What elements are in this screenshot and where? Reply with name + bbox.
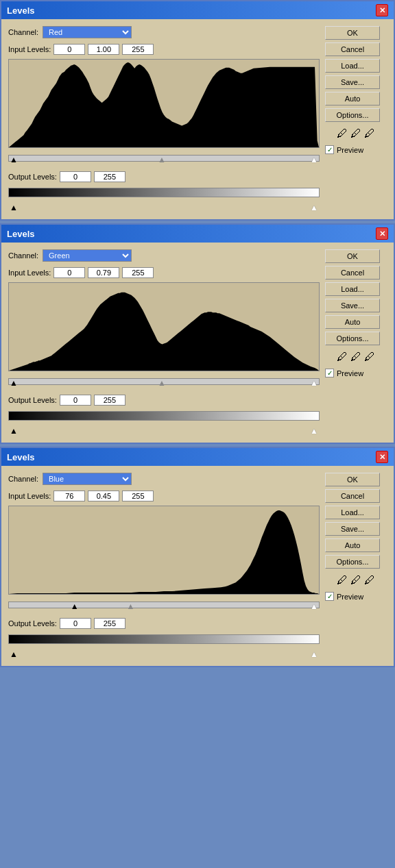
levels-dialog-red: Levels ✕ Channel: Red Green Blue RGB Inp…	[0, 0, 395, 221]
input-slider-red[interactable]: ▲ ▲ ▲	[8, 152, 320, 164]
cancel-button-blue[interactable]: Cancel	[325, 489, 380, 503]
load-button-red[interactable]: Load...	[325, 59, 380, 73]
gray-eyedropper-blue[interactable]: 🖊	[350, 574, 361, 586]
input-level-gamma-green[interactable]	[88, 267, 119, 278]
input-levels-label-green: Input Levels:	[8, 269, 51, 277]
auto-button-blue[interactable]: Auto	[325, 538, 380, 552]
channel-label-red: Channel:	[8, 28, 38, 36]
output-slider-blue[interactable]: ▲ ▲	[8, 648, 320, 659]
title-label-blue: Levels	[7, 452, 34, 462]
input-level-black-red[interactable]	[53, 44, 85, 55]
black-eyedropper-blue[interactable]: 🖊	[337, 574, 348, 586]
output-black-triangle-red[interactable]: ▲	[10, 203, 18, 212]
preview-checkbox-blue[interactable]: ✓	[325, 592, 334, 601]
save-button-green[interactable]: Save...	[325, 299, 380, 312]
close-button-red[interactable]: ✕	[376, 4, 388, 16]
output-level-black-blue[interactable]	[60, 618, 91, 629]
svg-marker-2	[9, 510, 319, 594]
white-eyedropper-red[interactable]: 🖊	[364, 127, 375, 140]
levels-dialog-blue: Levels ✕ Channel: Red Green Blue RGB Inp…	[0, 447, 395, 667]
input-level-white-green[interactable]	[122, 267, 154, 278]
preview-label-red: Preview	[337, 146, 363, 154]
title-bar-blue: Levels ✕	[1, 448, 394, 466]
close-button-blue[interactable]: ✕	[376, 451, 388, 463]
svg-marker-1	[9, 293, 319, 371]
ok-button-green[interactable]: OK	[325, 249, 380, 263]
input-slider-green[interactable]: ▲ ▲ ▲	[8, 375, 320, 388]
output-slider-red[interactable]: ▲ ▲	[8, 201, 320, 212]
right-panel-blue: OK Cancel Load... Save... Auto Options..…	[325, 473, 387, 659]
input-level-gamma-red[interactable]	[88, 44, 119, 55]
preview-row-blue: ✓ Preview	[325, 592, 387, 601]
white-eyedropper-green[interactable]: 🖊	[364, 351, 375, 363]
black-triangle-green[interactable]: ▲	[10, 378, 18, 388]
ok-button-blue[interactable]: OK	[325, 473, 380, 486]
title-bar-red: Levels ✕	[1, 1, 394, 19]
gamma-triangle-green[interactable]: ▲	[158, 378, 166, 388]
white-triangle-red[interactable]: ▲	[310, 155, 318, 164]
output-level-white-green[interactable]	[94, 395, 125, 406]
white-triangle-green[interactable]: ▲	[310, 378, 318, 388]
output-white-triangle-red[interactable]: ▲	[310, 203, 318, 212]
preview-label-green: Preview	[337, 369, 363, 377]
output-level-black-red[interactable]	[60, 171, 91, 182]
title-bar-green: Levels ✕	[1, 225, 394, 243]
input-level-black-blue[interactable]	[53, 491, 85, 501]
save-button-blue[interactable]: Save...	[325, 522, 380, 536]
cancel-button-green[interactable]: Cancel	[325, 266, 380, 280]
input-level-white-red[interactable]	[122, 44, 154, 55]
input-levels-label-blue: Input Levels:	[8, 492, 51, 500]
gamma-triangle-red[interactable]: ▲	[158, 155, 166, 164]
output-black-triangle-blue[interactable]: ▲	[10, 649, 18, 659]
histogram-red	[8, 59, 320, 148]
save-button-red[interactable]: Save...	[325, 75, 380, 89]
channel-select-green[interactable]: Red Green Blue RGB	[43, 249, 132, 262]
input-slider-blue[interactable]: ▲ ▲ ▲	[8, 599, 320, 611]
preview-label-blue: Preview	[337, 593, 363, 601]
black-triangle-red[interactable]: ▲	[10, 155, 18, 164]
gamma-triangle-blue[interactable]: ▲	[127, 602, 135, 611]
gray-eyedropper-green[interactable]: 🖊	[350, 351, 361, 363]
white-eyedropper-blue[interactable]: 🖊	[364, 574, 375, 586]
output-level-white-red[interactable]	[94, 171, 125, 182]
output-black-triangle-green[interactable]: ▲	[10, 426, 18, 436]
load-button-blue[interactable]: Load...	[325, 506, 380, 519]
levels-dialog-green: Levels ✕ Channel: Red Green Blue RGB Inp…	[0, 223, 395, 444]
input-level-black-green[interactable]	[53, 267, 85, 278]
output-level-white-blue[interactable]	[94, 618, 125, 629]
options-button-red[interactable]: Options...	[325, 108, 380, 122]
input-level-white-blue[interactable]	[122, 491, 154, 501]
channel-select-blue[interactable]: Red Green Blue RGB	[43, 473, 132, 485]
input-level-gamma-blue[interactable]	[88, 491, 119, 501]
left-panel-blue: Channel: Red Green Blue RGB Input Levels…	[8, 473, 320, 659]
black-triangle-blue[interactable]: ▲	[71, 602, 79, 611]
preview-row-green: ✓ Preview	[325, 369, 387, 377]
cancel-button-red[interactable]: Cancel	[325, 42, 380, 56]
options-button-green[interactable]: Options...	[325, 332, 380, 345]
output-level-black-green[interactable]	[60, 395, 91, 406]
options-button-blue[interactable]: Options...	[325, 555, 380, 569]
right-panel-red: OK Cancel Load... Save... Auto Options..…	[325, 26, 387, 212]
histogram-green	[8, 282, 320, 371]
channel-select-red[interactable]: Red Green Blue RGB	[43, 26, 132, 38]
auto-button-red[interactable]: Auto	[325, 92, 380, 106]
eyedropper-row-red: 🖊 🖊 🖊	[325, 127, 387, 140]
preview-checkbox-green[interactable]: ✓	[325, 369, 334, 377]
preview-checkbox-red[interactable]: ✓	[325, 145, 334, 154]
load-button-green[interactable]: Load...	[325, 282, 380, 296]
black-eyedropper-red[interactable]: 🖊	[337, 127, 348, 140]
gray-eyedropper-red[interactable]: 🖊	[350, 127, 361, 140]
white-triangle-blue[interactable]: ▲	[310, 602, 318, 611]
ok-button-red[interactable]: OK	[325, 26, 380, 40]
close-button-green[interactable]: ✕	[376, 227, 388, 240]
preview-row-red: ✓ Preview	[325, 145, 387, 154]
left-panel-green: Channel: Red Green Blue RGB Input Levels…	[8, 249, 320, 436]
black-eyedropper-green[interactable]: 🖊	[337, 351, 348, 363]
output-white-triangle-green[interactable]: ▲	[310, 426, 318, 436]
output-levels-label-red: Output Levels:	[8, 173, 57, 181]
channel-label-green: Channel:	[8, 251, 38, 260]
output-white-triangle-blue[interactable]: ▲	[310, 649, 318, 659]
output-slider-green[interactable]: ▲ ▲	[8, 425, 320, 436]
eyedropper-row-green: 🖊 🖊 🖊	[325, 351, 387, 363]
auto-button-green[interactable]: Auto	[325, 315, 380, 329]
